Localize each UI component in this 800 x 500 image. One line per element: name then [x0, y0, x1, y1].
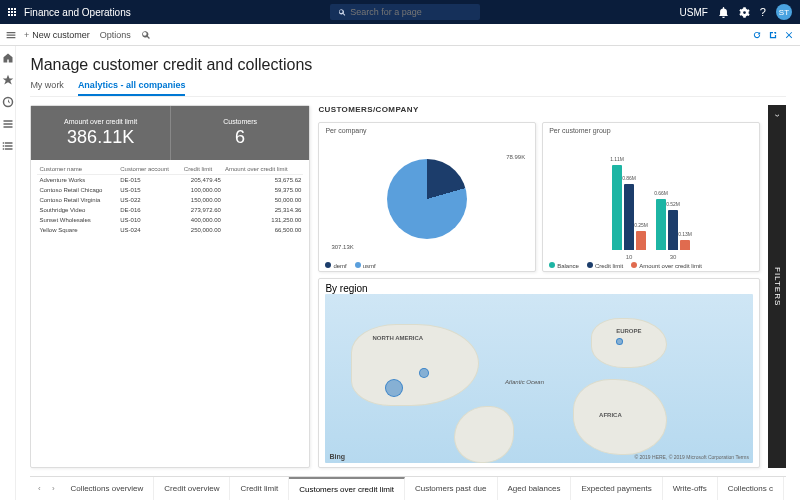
bing-logo: Bing	[329, 453, 345, 460]
tab-analytics[interactable]: Analytics - all companies	[78, 80, 186, 96]
bottom-tab[interactable]: Expected payments	[571, 477, 662, 500]
left-rail	[0, 46, 16, 500]
app-title: Finance and Operations	[24, 7, 131, 18]
bottom-tab[interactable]: Customers past due	[405, 477, 498, 500]
new-customer-button[interactable]: New customer	[32, 30, 90, 40]
bell-icon[interactable]	[718, 7, 729, 18]
content: Manage customer credit and collections M…	[16, 46, 800, 500]
module-icon[interactable]	[2, 118, 14, 130]
app-launcher-icon[interactable]	[8, 8, 16, 16]
filters-rail[interactable]: ‹ FILTERS	[768, 105, 786, 468]
bar-chart[interactable]: 1.11M 0.86M 0.25M 10 0.66M 0.52M 0.13M 3	[549, 136, 753, 262]
help-icon[interactable]: ?	[760, 6, 766, 18]
table-row[interactable]: Contoso Retail ChicagoUS-015100,000.0059…	[37, 185, 303, 195]
kpi-customers-value: 6	[235, 127, 245, 148]
table-header[interactable]: Customer account	[118, 164, 182, 175]
gear-icon[interactable]	[739, 7, 750, 18]
search-icon	[338, 8, 346, 17]
pie-card: Per company 78.99K 307.13K demf usmf	[318, 122, 536, 272]
home-icon[interactable]	[2, 52, 14, 64]
list-icon[interactable]	[2, 140, 14, 152]
chevron-left-icon: ‹	[772, 113, 782, 117]
topbar-right: USMF ? ST	[680, 4, 792, 20]
pie-legend: demf usmf	[325, 262, 529, 269]
pie-label-usmf: 307.13K	[331, 244, 353, 250]
charts-header: CUSTOMERS/COMPANY	[318, 105, 760, 114]
tab-my-work[interactable]: My work	[30, 80, 64, 96]
page-tabs: My work Analytics - all companies	[30, 80, 786, 97]
bar-card: Per customer group 1.11M 0.86M 0.25M 10	[542, 122, 760, 272]
pie-chart[interactable]	[387, 159, 467, 239]
page-title: Manage customer credit and collections	[30, 56, 786, 74]
plus-icon: +	[24, 30, 29, 40]
bar-legend: Balance Credit limit Amount over credit …	[549, 262, 753, 269]
refresh-icon[interactable]	[752, 30, 762, 40]
table-row[interactable]: Sunset WholesalesUS-010400,000.00131,250…	[37, 215, 303, 225]
search-small-icon[interactable]	[141, 30, 151, 40]
kpi-amount-value: 386.11K	[67, 127, 134, 148]
tabs-next[interactable]: ›	[46, 477, 60, 500]
table-header[interactable]: Customer name	[37, 164, 118, 175]
table-row[interactable]: Southridge VideoDE-016273,972.6025,314.3…	[37, 205, 303, 215]
company-code[interactable]: USMF	[680, 7, 708, 18]
bottom-tab[interactable]: Collections overview	[60, 477, 154, 500]
table-header[interactable]: Credit limit	[182, 164, 223, 175]
map-title: By region	[325, 283, 753, 294]
kpi-table: Customer nameCustomer accountCredit limi…	[31, 160, 309, 467]
map-credits: © 2019 HERE, © 2019 Microsoft Corporatio…	[634, 454, 749, 460]
star-icon[interactable]	[2, 74, 14, 86]
actionbar: + New customer Options	[0, 24, 800, 46]
bar-title: Per customer group	[549, 127, 753, 134]
bottom-tab[interactable]: Write-offs	[663, 477, 718, 500]
bottom-tab[interactable]: Collections c	[718, 477, 784, 500]
map-body[interactable]: NORTH AMERICA EUROPE AFRICA Atlantic Oce…	[325, 294, 753, 463]
search-box[interactable]	[330, 4, 480, 20]
bottom-tab[interactable]: Customers over credit limit	[289, 477, 405, 500]
bottom-tab[interactable]: Aged balances	[498, 477, 572, 500]
pie-label-demf: 78.99K	[506, 154, 525, 160]
hamburger-icon[interactable]	[6, 30, 16, 40]
map-bubble	[385, 379, 403, 397]
close-icon[interactable]	[784, 30, 794, 40]
kpi-card: Amount over credit limit 386.11K Custome…	[30, 105, 310, 468]
pie-title: Per company	[325, 127, 529, 134]
table-row[interactable]: Contoso Retail VirginiaUS-022150,000.005…	[37, 195, 303, 205]
options-button[interactable]: Options	[100, 30, 131, 40]
clock-icon[interactable]	[2, 96, 14, 108]
popout-icon[interactable]	[768, 30, 778, 40]
bottom-tab[interactable]: Credit limit	[230, 477, 289, 500]
table-row[interactable]: Yellow SquareUS-024250,000.0066,500.00	[37, 225, 303, 235]
kpi-amount-label: Amount over credit limit	[64, 118, 137, 125]
topbar: Finance and Operations USMF ? ST	[0, 0, 800, 24]
bottom-tab[interactable]: Credit overview	[154, 477, 230, 500]
search-input[interactable]	[350, 7, 472, 17]
table-header[interactable]: Amount over credit limit	[223, 164, 303, 175]
avatar[interactable]: ST	[776, 4, 792, 20]
kpi-customers-label: Customers	[223, 118, 257, 125]
table-row[interactable]: Adventure WorksDE-015205,479.4553,675.62	[37, 175, 303, 186]
tabs-prev[interactable]: ‹	[32, 477, 46, 500]
bottom-tabs: ‹ › Collections overviewCredit overviewC…	[30, 476, 786, 500]
map-card: By region NORTH AMERICA EUROPE AFRICA At…	[318, 278, 760, 468]
